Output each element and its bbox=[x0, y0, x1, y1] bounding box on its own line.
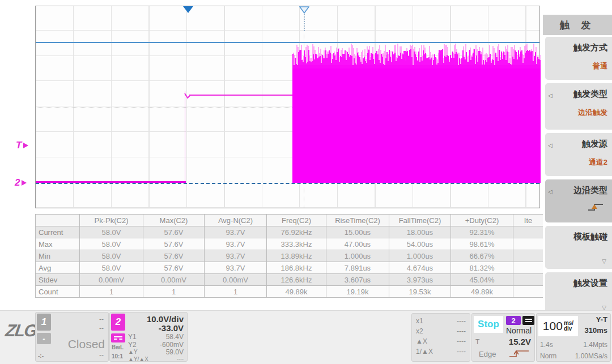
table-cell: 54.00us bbox=[389, 238, 451, 250]
timebase-scale-box[interactable]: 100 ms/div bbox=[538, 316, 578, 336]
table-cell: 3.607us bbox=[326, 274, 389, 286]
table-cell: 76.92kHz bbox=[267, 226, 326, 238]
delta-y-x-label: ▲Y/▲X bbox=[128, 356, 148, 362]
table-row: Avg58.0V57.6V93.7V186.8kHz7.891us4.674us… bbox=[36, 262, 543, 274]
table-cell: 0.00mV bbox=[143, 274, 205, 286]
channel2-waveform-step-edge bbox=[185, 91, 185, 182]
edge-trigger-icon bbox=[508, 349, 530, 359]
y2-value: -600mV bbox=[160, 341, 184, 349]
submenu-arrow-icon: ◁ bbox=[548, 189, 552, 195]
menu-trigger-mode[interactable]: 触发方式 普通 bbox=[545, 37, 612, 80]
table-cell: 57.6V bbox=[143, 250, 205, 262]
table-cell bbox=[513, 262, 543, 274]
trigger-level-label: T bbox=[16, 140, 22, 151]
table-cell: 1 bbox=[205, 286, 267, 298]
x-cursor-block[interactable]: x1---- x2---- ▲X---- 1/▲X---- bbox=[411, 313, 470, 362]
record-points: 1.4Mpts bbox=[583, 341, 607, 349]
table-cell: 126.6kHz bbox=[267, 274, 326, 286]
trigger-source-badge: 2 bbox=[506, 316, 521, 325]
chevron-down-icon: ▽ bbox=[602, 258, 606, 264]
table-cell: 186.8kHz bbox=[267, 262, 326, 274]
inverse-delta-x-label: 1/▲X bbox=[416, 348, 433, 356]
channel2-waveform-noise-fringe bbox=[292, 40, 541, 68]
table-cell: 19.19k bbox=[326, 286, 389, 298]
trigger-t-label: T bbox=[475, 338, 479, 346]
menu-value: 边沿触发 bbox=[549, 108, 607, 118]
table-cell bbox=[513, 238, 543, 250]
table-cell: 57.6V bbox=[143, 262, 205, 274]
submenu-arrow-icon: ◁ bbox=[548, 92, 552, 99]
menu-template-touch[interactable]: 模板触碰 ▽ bbox=[545, 226, 612, 269]
table-cell: 58.0V bbox=[80, 226, 143, 238]
table-cell: 45.04% bbox=[451, 274, 513, 286]
trigger-position-marker-icon[interactable] bbox=[183, 6, 193, 13]
menu-edge-type[interactable]: ◁ 边沿类型 bbox=[545, 179, 612, 222]
channel2-waveform-dip bbox=[184, 92, 192, 100]
inverse-delta-x-value: ---- bbox=[457, 348, 466, 356]
menu-label: 模板触碰 bbox=[549, 232, 607, 242]
table-cell: 47.00us bbox=[326, 238, 389, 250]
channel2-ground-marker[interactable]: 2 bbox=[15, 177, 27, 189]
y1-label: Y1 bbox=[128, 333, 137, 341]
menu-trigger-type[interactable]: ◁ 触发类型 边沿触发 bbox=[545, 83, 612, 130]
table-row: Max58.0V57.6V93.7V333.3kHz47.00us54.00us… bbox=[36, 238, 543, 250]
table-cell: 57.6V bbox=[143, 238, 205, 250]
table-cell: 19.53k bbox=[389, 286, 451, 298]
trigger-delay: 310ms bbox=[585, 326, 607, 335]
channel1-value1: -- bbox=[99, 315, 104, 323]
timebase-block[interactable]: 100 ms/div Y-T 310ms 1.4s 1.4Mpts Norm 1… bbox=[536, 313, 611, 362]
delta-y-x-value: ---- bbox=[177, 356, 184, 362]
cursor-y2-line[interactable] bbox=[36, 183, 539, 184]
channel1-status-block[interactable]: 1 -- -- - Closed -:- -- bbox=[35, 312, 109, 362]
menu-value: 普通 bbox=[549, 61, 607, 71]
table-cell: 66.67% bbox=[451, 250, 513, 262]
table-cell: 15.00us bbox=[326, 226, 389, 238]
table-cell: 3.973us bbox=[389, 274, 451, 286]
table-cell: 93.7V bbox=[205, 250, 267, 262]
table-row: Min58.0V57.6V93.7V13.89kHz1.000us1.000us… bbox=[36, 250, 543, 262]
row-label: Stdev bbox=[36, 274, 80, 286]
trigger-menu-panel: 触 发 触发方式 普通 ◁ 触发类型 边沿触发 ◁ 触发源 通道2 ◁ 边沿类型… bbox=[543, 0, 612, 364]
delay-position-dotted-line bbox=[304, 14, 305, 31]
trigger-type: Edge bbox=[479, 350, 496, 358]
table-cell: 58.0V bbox=[80, 250, 143, 262]
row-label: Max bbox=[36, 238, 80, 250]
row-label: Min bbox=[36, 250, 80, 262]
menu-trigger-settings[interactable]: 触发设置 ▽ bbox=[545, 272, 612, 315]
waveform-display[interactable] bbox=[35, 6, 540, 208]
table-column-header: RiseTime(C2) bbox=[326, 215, 389, 226]
cursor-y1-line[interactable] bbox=[36, 42, 539, 43]
menu-label: 触发类型 bbox=[549, 89, 607, 100]
delta-x-label: ▲X bbox=[416, 337, 427, 345]
sample-rate: 1.00MSa/s bbox=[575, 352, 607, 360]
submenu-arrow-icon: ◁ bbox=[548, 142, 552, 148]
row-label: Count bbox=[36, 286, 80, 298]
table-row: Current58.0V57.6V93.7V76.92kHz15.00us18.… bbox=[36, 226, 543, 238]
table-cell: 1 bbox=[80, 286, 143, 298]
channel2-status-block[interactable]: 2 10.0V/div -33.0V BwL 10:1 Y1 58.4V Y2 … bbox=[109, 312, 188, 362]
trigger-status-block[interactable]: Stop 2 Normal T 15.2V Edge bbox=[471, 313, 535, 362]
table-cell: 93.7V bbox=[205, 262, 267, 274]
menu-label: 触发设置 bbox=[549, 278, 607, 289]
channel2-ground-arrow-icon bbox=[22, 180, 27, 186]
display-mode: Y-T bbox=[596, 315, 607, 324]
table-column-header: Freq(C2) bbox=[267, 215, 326, 226]
table-cell: 4.674us bbox=[389, 262, 451, 274]
menu-trigger-source[interactable]: ◁ 触发源 通道2 bbox=[545, 133, 612, 176]
timebase-scale: 100 bbox=[543, 319, 563, 333]
channel2-offset: -33.0V bbox=[159, 323, 184, 333]
menu-label: 边沿类型 bbox=[549, 185, 607, 196]
record-span: 1.4s bbox=[540, 341, 553, 349]
channel1-footer-value: -- bbox=[99, 351, 104, 359]
channel2-waveform-burst bbox=[292, 65, 541, 183]
delta-x-value: ---- bbox=[457, 337, 466, 345]
delay-position-marker-icon[interactable] bbox=[299, 6, 309, 14]
delta-y-label: ▲Y bbox=[128, 349, 138, 355]
table-row: Count11149.89k19.19k19.53k49.89k bbox=[36, 286, 543, 298]
run-stop-status[interactable]: Stop bbox=[474, 316, 503, 333]
table-cell: 13.89kHz bbox=[267, 250, 326, 262]
trigger-level-marker[interactable]: T bbox=[16, 140, 28, 151]
table-cell bbox=[513, 226, 543, 238]
menu-value: 通道2 bbox=[549, 157, 607, 168]
table-cell: 57.6V bbox=[143, 226, 205, 238]
